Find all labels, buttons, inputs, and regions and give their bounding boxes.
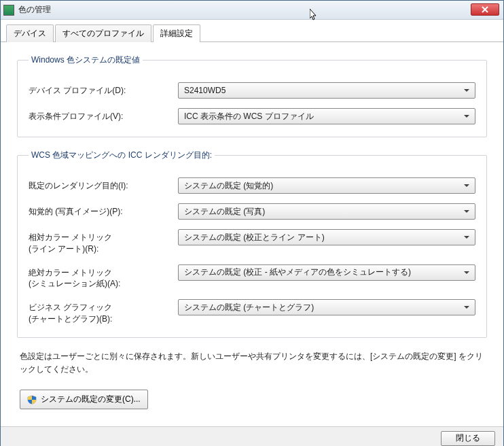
business-dropdown[interactable]: システムの既定 (チャートとグラフ) xyxy=(178,299,475,315)
device-profile-dropdown[interactable]: S2410WD5 xyxy=(178,82,475,99)
dialog-footer: 閉じる xyxy=(1,426,503,446)
cursor-icon xyxy=(310,9,318,21)
tabstrip: デバイス すべてのプロファイル 詳細設定 xyxy=(1,20,503,42)
perceptual-label: 知覚的 (写真イメージ)(P): xyxy=(29,203,178,218)
business-row: ビジネス グラフィック (チャートとグラフ)(B): システムの既定 (チャート… xyxy=(29,299,475,325)
relative-dropdown[interactable]: システムの既定 (校正とライン アート) xyxy=(178,229,475,245)
absolute-dropdown[interactable]: システムの既定 (校正 - 紙やメディアの色をシミュレートする) xyxy=(178,264,475,281)
change-defaults-label: システムの既定の変更(C)... xyxy=(41,394,141,405)
wcs-gamut-mapping-group: WCS 色域マッピングへの ICC レンダリング目的: 既定のレンダリング目的(… xyxy=(17,150,487,338)
color-management-window: 色の管理 デバイス すべてのプロファイル 詳細設定 Windows 色システムの… xyxy=(0,0,504,446)
group-legend: WCS 色域マッピングへの ICC レンダリング目的: xyxy=(29,150,215,161)
tab-advanced[interactable]: 詳細設定 xyxy=(153,24,200,42)
titlebar: 色の管理 xyxy=(1,1,503,20)
viewing-conditions-value: ICC 表示条件の WCS プロファイル xyxy=(184,111,314,122)
close-dialog-button[interactable]: 閉じる xyxy=(441,431,495,446)
viewing-conditions-dropdown[interactable]: ICC 表示条件の WCS プロファイル xyxy=(178,108,475,124)
default-intent-value: システムの既定 (知覚的) xyxy=(184,180,273,192)
default-intent-row: 既定のレンダリング目的(I): システムの既定 (知覚的) xyxy=(29,177,475,194)
relative-label: 相対カラー メトリック (ライン アート)(R): xyxy=(29,229,178,255)
close-button[interactable] xyxy=(471,3,499,16)
perceptual-value: システムの既定 (写真) xyxy=(184,206,265,218)
tab-device[interactable]: デバイス xyxy=(6,24,54,42)
default-intent-label: 既定のレンダリング目的(I): xyxy=(29,177,178,192)
window-title: 色の管理 xyxy=(18,4,51,16)
absolute-row: 絶対カラー メトリック (シミュレーション紙)(A): システムの既定 (校正 … xyxy=(29,264,475,290)
business-value: システムの既定 (チャートとグラフ) xyxy=(184,302,314,313)
help-text: 色設定はユーザーごとに別々に保存されます。新しいユーザーや共有プリンタを変更する… xyxy=(20,350,484,376)
viewing-conditions-label: 表示条件プロファイル(V): xyxy=(29,108,178,122)
absolute-label: 絶対カラー メトリック (シミュレーション紙)(A): xyxy=(29,264,178,290)
perceptual-row: 知覚的 (写真イメージ)(P): システムの既定 (写真) xyxy=(29,203,475,220)
absolute-value: システムの既定 (校正 - 紙やメディアの色をシミュレートする) xyxy=(184,267,411,278)
tab-all-profiles[interactable]: すべてのプロファイル xyxy=(55,24,151,42)
group-legend: Windows 色システムの既定値 xyxy=(29,54,143,66)
business-label: ビジネス グラフィック (チャートとグラフ)(B): xyxy=(29,299,178,325)
tab-content: Windows 色システムの既定値 デバイス プロファイル(D): S2410W… xyxy=(1,42,503,426)
perceptual-dropdown[interactable]: システムの既定 (写真) xyxy=(178,203,475,220)
windows-color-defaults-group: Windows 色システムの既定値 デバイス プロファイル(D): S2410W… xyxy=(17,54,487,137)
viewing-conditions-row: 表示条件プロファイル(V): ICC 表示条件の WCS プロファイル xyxy=(29,108,475,124)
shield-icon xyxy=(27,395,37,405)
app-icon xyxy=(3,5,14,16)
device-profile-label: デバイス プロファイル(D): xyxy=(29,82,178,97)
device-profile-value: S2410WD5 xyxy=(184,86,226,95)
device-profile-row: デバイス プロファイル(D): S2410WD5 xyxy=(29,82,475,99)
relative-row: 相対カラー メトリック (ライン アート)(R): システムの既定 (校正とライ… xyxy=(29,229,475,255)
change-system-defaults-button[interactable]: システムの既定の変更(C)... xyxy=(20,390,148,409)
default-intent-dropdown[interactable]: システムの既定 (知覚的) xyxy=(178,177,475,194)
relative-value: システムの既定 (校正とライン アート) xyxy=(184,232,325,243)
